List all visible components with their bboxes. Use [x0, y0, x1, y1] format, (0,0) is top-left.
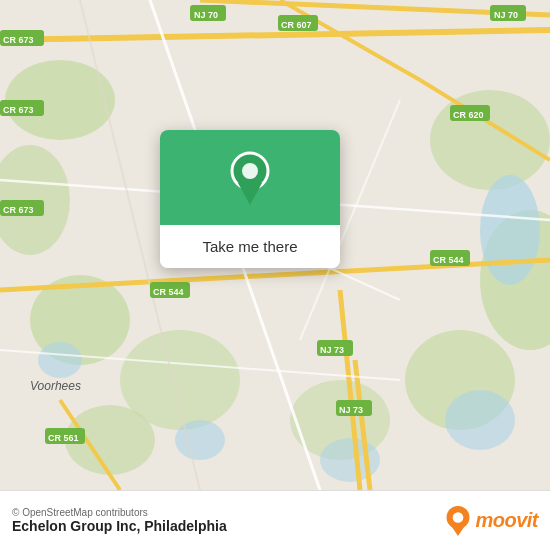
svg-marker-59 — [451, 525, 465, 536]
svg-point-14 — [38, 342, 82, 378]
map-container: CR 673 CR 673 CR 673 NJ 70 NJ 70 CR 607 … — [0, 0, 550, 490]
bottom-bar: © OpenStreetMap contributors Echelon Gro… — [0, 490, 550, 550]
svg-text:CR 620: CR 620 — [453, 110, 484, 120]
business-name: Echelon Group Inc, Philadelphia — [12, 518, 435, 534]
svg-text:NJ 73: NJ 73 — [339, 405, 363, 415]
moovit-logo: moovit — [445, 506, 538, 536]
moovit-brand-text: moovit — [475, 509, 538, 532]
popup-card: Take me there — [160, 130, 340, 268]
popup-green-area — [160, 130, 340, 225]
svg-point-12 — [175, 420, 225, 460]
svg-point-11 — [445, 390, 515, 450]
svg-text:CR 607: CR 607 — [281, 20, 312, 30]
svg-point-4 — [430, 90, 550, 190]
bottom-info: © OpenStreetMap contributors Echelon Gro… — [12, 507, 435, 534]
copyright-text: © OpenStreetMap contributors — [12, 507, 435, 518]
svg-point-58 — [453, 512, 464, 523]
location-pin-icon — [228, 151, 272, 205]
moovit-pin-icon — [445, 506, 471, 536]
svg-text:CR 673: CR 673 — [3, 35, 34, 45]
svg-text:CR 544: CR 544 — [153, 287, 184, 297]
svg-text:CR 561: CR 561 — [48, 433, 79, 443]
svg-text:Voorhees: Voorhees — [30, 379, 81, 393]
svg-text:NJ 70: NJ 70 — [494, 10, 518, 20]
svg-point-55 — [242, 163, 258, 179]
take-me-there-button[interactable]: Take me there — [160, 225, 340, 268]
svg-text:NJ 70: NJ 70 — [194, 10, 218, 20]
svg-point-13 — [320, 438, 380, 482]
svg-point-10 — [480, 175, 540, 285]
svg-marker-56 — [238, 183, 262, 205]
svg-text:NJ 73: NJ 73 — [320, 345, 344, 355]
svg-text:CR 673: CR 673 — [3, 205, 34, 215]
svg-text:CR 544: CR 544 — [433, 255, 464, 265]
svg-text:CR 673: CR 673 — [3, 105, 34, 115]
